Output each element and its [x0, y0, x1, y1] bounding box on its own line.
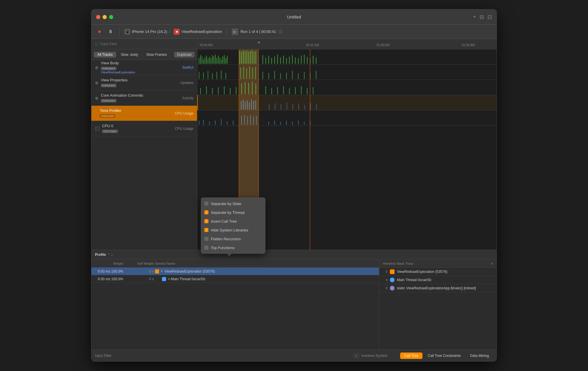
- info-icon[interactable]: ⓘ: [278, 29, 282, 34]
- svg-rect-99: [253, 101, 254, 110]
- record-button[interactable]: ●: [96, 27, 103, 36]
- svg-rect-119: [247, 116, 248, 125]
- svg-rect-82: [252, 82, 253, 94]
- tab-call-tree-constraints[interactable]: Call Tree Constraints: [424, 352, 465, 359]
- svg-rect-29: [255, 51, 256, 64]
- svg-rect-75: [218, 87, 219, 95]
- tab-slow-body[interactable]: Slow .body: [117, 52, 142, 58]
- involves-symbol-icon: ◎: [353, 353, 359, 358]
- svg-rect-27: [252, 50, 253, 64]
- heaviest-header: Heaviest Stack Trace ≡: [379, 259, 497, 268]
- track-name-cpu0: CPU 0: [102, 124, 175, 128]
- svg-rect-58: [246, 68, 247, 79]
- track-item-info-time-prof: Time Profiler Instrument: [100, 108, 175, 118]
- device-selector[interactable]: 📱 iPhone 14 Pro (16.2) ›: [124, 29, 170, 35]
- track-value-core-anim: Activity: [182, 96, 193, 100]
- tab-all-tracks[interactable]: All Tracks: [94, 52, 116, 58]
- chevron-right-icon: ›: [169, 29, 170, 34]
- svg-rect-79: [241, 83, 242, 94]
- table-row-1[interactable]: 9.00 ms 100.0% 0 s > Main Thread 0xcacf3…: [91, 275, 379, 283]
- close-selection-icon[interactable]: ✕: [258, 41, 260, 45]
- add-track-button[interactable]: +: [473, 14, 476, 20]
- tab-call-tree[interactable]: Call Tree: [400, 352, 422, 359]
- tab-slow-frames[interactable]: Slow Frames: [143, 52, 171, 58]
- svg-rect-31: [265, 57, 266, 64]
- track-lane-time-profiler: [197, 95, 497, 110]
- track-badge-view-body: Instrument: [101, 67, 116, 70]
- track-item-info-cpu0: CPU 0 CPU Index: [102, 124, 175, 133]
- svg-rect-114: [221, 119, 222, 125]
- svg-rect-91: [307, 88, 308, 94]
- track-badge-time-prof: Instrument: [100, 114, 115, 118]
- sidebar: ⌕ All Tracks Slow .body Slow Frames Dupl…: [91, 39, 197, 250]
- svg-rect-8: [211, 58, 211, 64]
- expand-icon: ⊕: [95, 65, 98, 70]
- timestamp-0: 00:00.000: [200, 43, 213, 47]
- row0-expand-icon[interactable]: ▾: [161, 269, 163, 273]
- popup-label-invert-call: Invert Call Tree: [211, 219, 237, 224]
- popup-item-separate-thread[interactable]: ✓ Separate by Thread: [201, 208, 265, 217]
- duplicate-button[interactable]: Duplicate: [174, 52, 195, 58]
- tab-data-mining[interactable]: Data Mining: [466, 352, 493, 359]
- track-lane-core-anim: [197, 80, 497, 95]
- popup-label-separate-state: Separate by State: [211, 202, 241, 206]
- row0-action-icon[interactable]: →: [217, 269, 220, 273]
- popup-item-top-func[interactable]: Top Functions: [201, 243, 265, 252]
- popup-label-hide-sys: Hide System Libraries: [211, 228, 248, 232]
- track-item-time-profiler[interactable]: ● Time Profiler Instrument CPU Usage: [91, 106, 197, 121]
- track-filter-input[interactable]: [100, 42, 193, 46]
- popup-label-top-func: Top Functions: [211, 246, 235, 250]
- profile-sort-icon[interactable]: ⌃⌄: [108, 253, 113, 257]
- pause-button[interactable]: ⏸: [106, 28, 115, 36]
- svg-rect-14: [220, 57, 220, 64]
- svg-rect-71: [316, 71, 316, 79]
- svg-rect-15: [221, 59, 222, 64]
- maximize-button[interactable]: [109, 15, 113, 19]
- profile-table: Weight Self Weight Symbol Name 9.00 ms 1…: [91, 259, 379, 350]
- heaviest-item-0: 9 ViewRedrawExploration (53576): [379, 268, 497, 276]
- svg-rect-103: [281, 104, 281, 110]
- check-hide-sys: ✓: [204, 228, 208, 232]
- svg-rect-110: [199, 120, 199, 125]
- run-info: ▶ Run 1 of 4 | 00:00:41 ⓘ: [232, 28, 282, 35]
- track-value-view-props: Updates: [180, 81, 193, 85]
- heaviest-settings-icon[interactable]: ≡: [491, 262, 493, 265]
- svg-rect-125: [280, 122, 281, 125]
- svg-rect-48: [316, 57, 316, 64]
- check-flatten: [204, 237, 208, 241]
- popup-item-flatten[interactable]: Flatten Recursion: [201, 234, 265, 243]
- heaviest-icon-2: [390, 286, 395, 291]
- app-selector[interactable]: ⏺ ViewRedrawExploration: [174, 29, 222, 35]
- profile-title: Profile: [95, 253, 106, 257]
- track-name-time-prof: Time Profiler: [100, 108, 175, 113]
- split-view-button[interactable]: ⊟: [480, 14, 484, 20]
- track-item-view-props[interactable]: ⊕ View Properties Instrument Updates: [91, 75, 197, 90]
- popup-item-invert-call[interactable]: ✓ Invert Call Tree: [201, 217, 265, 226]
- svg-rect-115: [227, 121, 228, 125]
- check-separate-state: [204, 202, 208, 206]
- track-item-core-anim[interactable]: ⊕ Core Animation Commits Instrument Acti…: [91, 90, 197, 106]
- run-icon: ▶: [232, 28, 238, 35]
- svg-rect-12: [217, 58, 217, 64]
- svg-rect-73: [206, 86, 207, 94]
- svg-rect-100: [255, 100, 256, 110]
- svg-rect-49: [199, 72, 199, 79]
- expand-icon-props: ⊕: [95, 80, 98, 85]
- svg-rect-24: [246, 51, 247, 64]
- track-item-view-body[interactable]: ⊕ View Body Instrument ViewRedrawExplora…: [91, 60, 197, 75]
- svg-rect-62: [263, 72, 263, 79]
- minimize-button[interactable]: [103, 15, 107, 19]
- col-weight-header: Weight: [94, 262, 123, 265]
- check-top-func: [204, 246, 208, 250]
- popup-item-hide-sys[interactable]: ✓ Hide System Libraries: [201, 226, 265, 234]
- row0-symbol-text: ViewRedrawExploration (53576): [164, 269, 215, 273]
- svg-rect-54: [221, 70, 222, 79]
- table-row-0[interactable]: 9.00 ms 100.0% 0 s ▾ ViewRedrawExplorati…: [91, 268, 379, 275]
- row1-icon: [162, 277, 166, 281]
- svg-rect-94: [243, 100, 244, 110]
- close-button[interactable]: [96, 15, 100, 19]
- popup-item-separate-state[interactable]: Separate by State: [201, 199, 265, 208]
- panel-button[interactable]: ⊡: [487, 14, 492, 20]
- track-item-cpu0[interactable]: □ CPU 0 CPU Index CPU Usage: [91, 121, 197, 136]
- record-dot-icon: ●: [95, 111, 97, 116]
